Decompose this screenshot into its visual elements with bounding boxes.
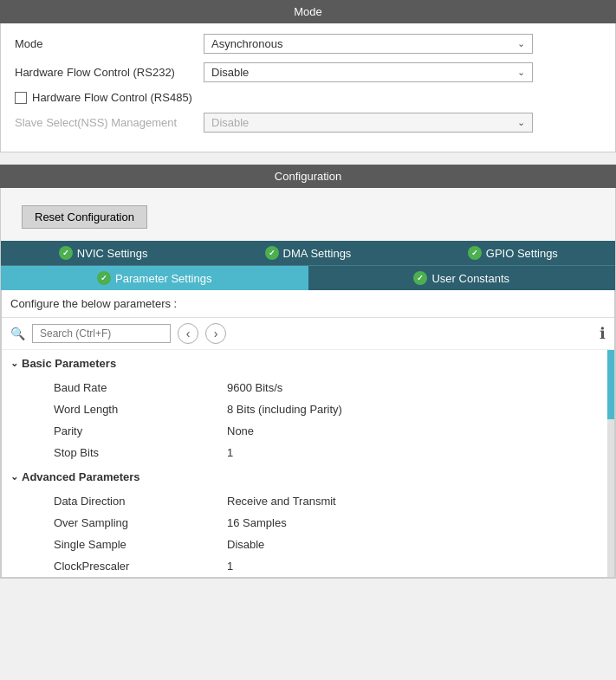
search-icon: 🔍 (10, 327, 25, 340)
baud-rate-name: Baud Rate (54, 381, 227, 394)
word-length-value: 8 Bits (including Parity) (227, 403, 342, 416)
hw-flow-rs232-chevron-icon: ⌄ (517, 67, 525, 78)
param-row-stop-bits: Stop Bits 1 (2, 442, 614, 463)
param-area: ⌄ Basic Parameters Baud Rate 9600 Bits/s… (2, 350, 614, 577)
config-section: Configuration Reset Configuration ✓ NVIC… (0, 165, 616, 579)
mode-chevron-icon: ⌄ (517, 38, 525, 49)
info-icon[interactable]: ℹ (600, 324, 606, 343)
nvic-tab-label: NVIC Settings (77, 247, 148, 260)
dma-check-icon: ✓ (265, 246, 279, 260)
reset-btn-area: Reset Configuration (1, 188, 615, 241)
tabs-row2: ✓ Parameter Settings ✓ User Constants (1, 265, 615, 290)
param-row-baud-rate: Baud Rate 9600 Bits/s (2, 377, 614, 398)
slave-select-row: Slave Select(NSS) Management Disable ⌄ (15, 113, 601, 133)
hw-flow-rs232-value: Disable (211, 66, 249, 79)
advanced-collapse-icon: ⌄ (10, 471, 18, 482)
single-sample-name: Single Sample (54, 538, 227, 551)
param-row-data-direction: Data Direction Receive and Transmit (2, 490, 614, 512)
basic-params-label: Basic Parameters (22, 357, 116, 370)
advanced-params-group-header[interactable]: ⌄ Advanced Parameters (2, 463, 614, 490)
gpio-tab-label: GPIO Settings (486, 247, 558, 260)
over-sampling-name: Over Sampling (54, 516, 227, 529)
hw-flow-rs232-row: Hardware Flow Control (RS232) Disable ⌄ (15, 62, 601, 82)
user-const-check-icon: ✓ (413, 271, 427, 285)
tab-user-constants[interactable]: ✓ User Constants (308, 266, 616, 290)
gpio-check-icon: ✓ (468, 246, 482, 260)
user-const-tab-label: User Constants (431, 272, 509, 285)
search-bar: 🔍 ‹ › ℹ (2, 318, 614, 350)
section-gap (0, 152, 616, 165)
scrollbar-thumb[interactable] (607, 350, 614, 419)
tab-parameter-settings[interactable]: ✓ Parameter Settings (1, 266, 308, 290)
param-row-clock-prescaler: ClockPrescaler 1 (2, 555, 614, 577)
parity-name: Parity (54, 424, 227, 437)
hw-flow-rs232-select[interactable]: Disable ⌄ (204, 62, 533, 82)
basic-params-list: Baud Rate 9600 Bits/s Word Length 8 Bits… (2, 377, 614, 463)
parity-value: None (227, 424, 254, 437)
param-row-word-length: Word Length 8 Bits (including Parity) (2, 398, 614, 420)
mode-label: Mode (15, 37, 197, 50)
hw-flow-rs485-checkbox[interactable] (15, 92, 27, 104)
slave-select-value: Disable (211, 116, 249, 129)
clock-prescaler-value: 1 (227, 560, 233, 573)
mode-field-row: Mode Asynchronous ⌄ (15, 34, 601, 54)
mode-select[interactable]: Asynchronous ⌄ (204, 34, 533, 54)
advanced-params-list: Data Direction Receive and Transmit Over… (2, 490, 614, 577)
basic-collapse-icon: ⌄ (10, 358, 18, 369)
clock-prescaler-name: ClockPrescaler (54, 560, 227, 573)
slave-select-label: Slave Select(NSS) Management (15, 116, 197, 129)
scrollbar-track[interactable] (607, 350, 614, 577)
param-row-over-sampling: Over Sampling 16 Samples (2, 512, 614, 534)
configure-text: Configure the below parameters : (2, 290, 614, 318)
slave-select-chevron-icon: ⌄ (517, 117, 525, 128)
data-direction-name: Data Direction (54, 495, 227, 508)
tab-nvic-settings[interactable]: ✓ NVIC Settings (1, 241, 205, 265)
data-direction-value: Receive and Transmit (227, 495, 336, 508)
config-header: Configuration (0, 165, 616, 188)
tabs-row1: ✓ NVIC Settings ✓ DMA Settings ✓ GPIO Se… (1, 241, 615, 265)
tab-gpio-settings[interactable]: ✓ GPIO Settings (411, 241, 615, 265)
stop-bits-value: 1 (227, 446, 233, 459)
config-body: Configure the below parameters : 🔍 ‹ › ℹ… (1, 290, 615, 578)
stop-bits-name: Stop Bits (54, 446, 227, 459)
search-input[interactable] (32, 324, 171, 343)
prev-nav-button[interactable]: ‹ (178, 323, 198, 344)
reset-config-button[interactable]: Reset Configuration (22, 205, 147, 229)
basic-params-group-header[interactable]: ⌄ Basic Parameters (2, 350, 614, 377)
nvic-check-icon: ✓ (59, 246, 73, 260)
hw-flow-rs485-row: Hardware Flow Control (RS485) (15, 91, 601, 104)
param-row-single-sample: Single Sample Disable (2, 534, 614, 555)
param-check-icon: ✓ (97, 271, 111, 285)
mode-header: Mode (0, 0, 616, 23)
hw-flow-rs485-label: Hardware Flow Control (RS485) (32, 91, 192, 104)
mode-value: Asynchronous (211, 37, 282, 50)
baud-rate-value: 9600 Bits/s (227, 381, 282, 394)
tab-dma-settings[interactable]: ✓ DMA Settings (205, 241, 410, 265)
param-row-parity: Parity None (2, 420, 614, 442)
advanced-params-label: Advanced Parameters (22, 470, 140, 483)
next-nav-button[interactable]: › (205, 323, 226, 344)
single-sample-value: Disable (227, 538, 264, 551)
hw-flow-rs232-label: Hardware Flow Control (RS232) (15, 66, 197, 79)
word-length-name: Word Length (54, 403, 227, 416)
over-sampling-value: 16 Samples (227, 516, 287, 529)
dma-tab-label: DMA Settings (283, 247, 352, 260)
param-tab-label: Parameter Settings (115, 272, 211, 285)
slave-select-dropdown[interactable]: Disable ⌄ (204, 113, 533, 133)
mode-section: Mode Mode Asynchronous ⌄ Hardware Flow C… (0, 0, 616, 152)
